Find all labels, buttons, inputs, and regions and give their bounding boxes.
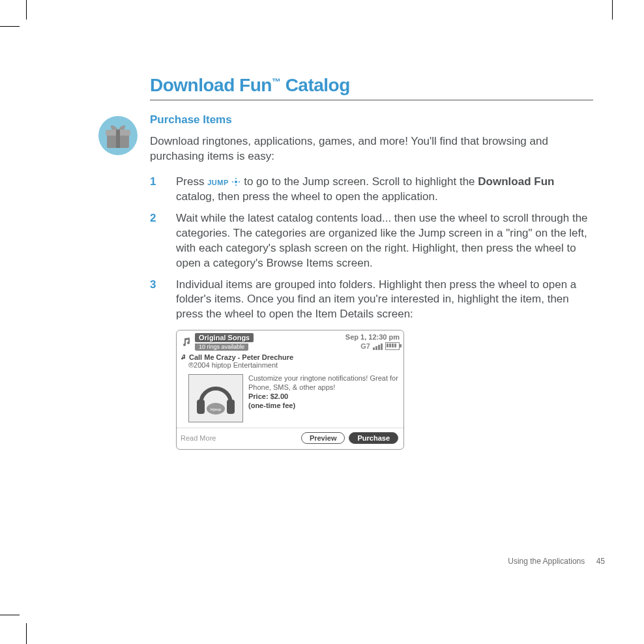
jump-label: JUMP [207,179,229,186]
step-body: Press JUMP to go to the Jump screen. Scr… [176,175,593,205]
step-number: 1 [150,175,176,205]
svg-point-5 [235,178,237,179]
step-2: 2 Wait while the latest catalog contents… [150,211,593,271]
svg-text:hiptop: hiptop [211,407,222,411]
intro-paragraph: Download ringtones, applications, games,… [150,134,593,164]
step-3: 3 Individual items are grouped into fold… [150,278,593,323]
signal-icon [373,344,383,350]
title-text-2: Catalog [280,75,349,95]
svg-rect-10 [227,400,235,414]
step-bold: Download Fun [478,175,554,188]
title-text-1: Download Fun [150,75,272,95]
music-icon [181,336,192,348]
device-thumbnail: hiptop [188,374,243,422]
device-price: Price: $2.00 [248,392,398,402]
step-number: 3 [150,278,176,323]
step-text: Press [176,175,207,188]
device-category: Original Songs [195,333,254,342]
page-footer: Using the Applications 45 [508,557,605,566]
device-description: Customize your ringtone notifications! G… [248,374,398,392]
note-icon [181,354,187,360]
step-text: catalog, then press the wheel to open th… [176,190,438,203]
wheel-icon [231,177,241,186]
headphones-icon: hiptop [193,379,239,418]
step-text: to go to the Jump screen. Scroll to high… [241,175,478,188]
svg-point-7 [232,181,233,183]
page-title: Download Fun™ Catalog [150,75,593,100]
device-copyright: ®2004 hiptop Entertainment [177,361,403,372]
read-more-link: Read More [181,434,216,442]
footer-page-number: 45 [596,557,605,566]
svg-rect-3 [116,130,120,148]
svg-rect-9 [197,400,205,414]
section-subhead: Purchase Items [150,113,593,126]
footer-section: Using the Applications [508,557,585,566]
step-body: Individual items are grouped into folder… [176,278,593,323]
battery-icon [385,342,400,350]
device-item-title-row: Call Me Crazy - Peter Drechure [177,352,403,361]
device-description-block: Customize your ringtone notifications! G… [248,374,398,422]
device-availability: 10 rings available [195,344,248,351]
preview-button: Preview [301,432,345,444]
svg-point-6 [235,184,237,186]
device-screenshot: Original Songs 10 rings available Sep 1,… [176,330,404,450]
network-label: G7 [360,342,370,350]
device-header: Original Songs 10 rings available Sep 1,… [177,330,403,352]
svg-point-4 [235,181,237,183]
step-number: 2 [150,211,176,271]
purchase-button: Purchase [349,432,398,444]
steps-list: 1 Press JUMP to go to the Jump screen. S… [150,175,593,322]
step-body: Wait while the latest catalog contents l… [176,211,593,271]
device-datetime: Sep 1, 12:30 pm [345,333,400,341]
tm-mark: ™ [272,76,281,87]
step-1: 1 Press JUMP to go to the Jump screen. S… [150,175,593,205]
gift-icon [98,115,138,156]
device-item-title: Call Me Crazy - Peter Drechure [189,353,293,361]
device-fee: (one-time fee) [248,402,398,411]
